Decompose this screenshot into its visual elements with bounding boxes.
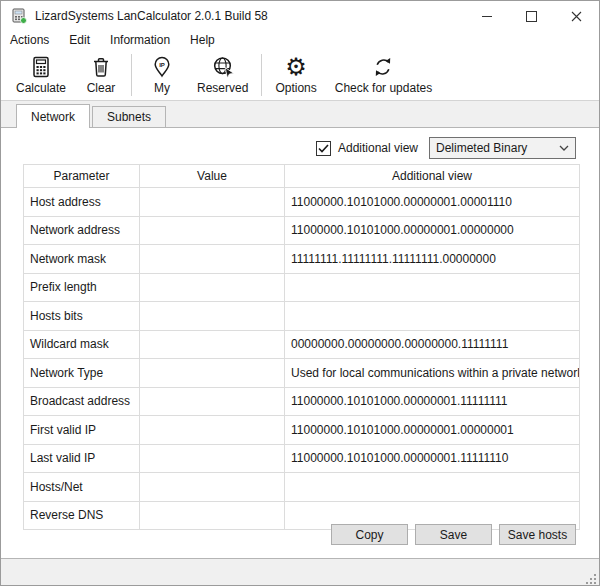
app-icon — [11, 8, 27, 24]
trash-icon — [89, 54, 113, 80]
value-cell — [140, 188, 285, 217]
calculate-button[interactable]: Calculate — [7, 52, 75, 97]
tab-subnets[interactable]: Subnets — [92, 106, 166, 127]
param-cell: Network Type — [24, 359, 140, 388]
table-row[interactable]: Network address 11000000.10101000.000000… — [24, 216, 580, 245]
clear-button[interactable]: Clear — [75, 52, 127, 97]
param-cell: Network address — [24, 216, 140, 245]
table-row[interactable]: Host address 11000000.10101000.00000001.… — [24, 188, 580, 217]
value-cell — [140, 245, 285, 274]
header-parameter: Parameter — [24, 165, 140, 188]
svg-text:IP: IP — [159, 62, 165, 68]
additional-view-label: Additional view — [338, 141, 418, 155]
maximize-button[interactable] — [509, 1, 554, 31]
checkmark-icon — [318, 144, 329, 153]
menu-help[interactable]: Help — [180, 31, 225, 49]
minimize-button[interactable] — [464, 1, 509, 31]
table-row[interactable]: Broadcast address 11000000.10101000.0000… — [24, 387, 580, 416]
view-format-dropdown[interactable]: Delimeted Binary — [429, 137, 576, 159]
additional-cell: 11000000.10101000.00000001.00001110 — [285, 188, 580, 217]
my-ip-button[interactable]: IP My — [136, 52, 188, 97]
menu-bar: Actions Edit Information Help — [1, 31, 599, 49]
additional-cell: 11111111.11111111.11111111.00000000 — [285, 245, 580, 274]
param-cell: Reverse DNS — [24, 501, 140, 530]
param-cell: First valid IP — [24, 416, 140, 445]
view-format-value: Delimeted Binary — [436, 141, 527, 155]
results-table: Parameter Value Additional view Host add… — [23, 164, 580, 530]
table-row[interactable]: Wildcard mask 00000000.00000000.00000000… — [24, 330, 580, 359]
network-tab-panel: Additional view Delimeted Binary Paramet… — [1, 127, 599, 559]
window-controls — [464, 1, 599, 31]
value-cell — [140, 359, 285, 388]
menu-information[interactable]: Information — [100, 31, 180, 49]
table-header-row: Parameter Value Additional view — [24, 165, 580, 188]
additional-cell — [285, 273, 580, 302]
check-updates-button[interactable]: Check for updates — [326, 52, 441, 97]
gear-icon: ⚙ — [285, 54, 307, 80]
param-cell: Hosts bits — [24, 302, 140, 331]
param-cell: Last valid IP — [24, 444, 140, 473]
toolbar-separator — [261, 54, 262, 96]
close-button[interactable] — [554, 1, 599, 31]
param-cell: Prefix length — [24, 273, 140, 302]
additional-view-checkbox[interactable] — [316, 141, 331, 156]
table-row[interactable]: Hosts/Net — [24, 473, 580, 502]
view-controls: Additional view Delimeted Binary — [316, 137, 576, 159]
header-value: Value — [140, 165, 285, 188]
value-cell — [140, 501, 285, 530]
reserved-button[interactable]: Reserved — [188, 52, 257, 97]
menu-actions[interactable]: Actions — [10, 31, 59, 49]
footer-buttons: Copy Save Save hosts — [331, 524, 576, 545]
maximize-icon — [526, 11, 537, 22]
my-ip-label: My — [154, 81, 170, 95]
additional-cell — [285, 302, 580, 331]
value-cell — [140, 302, 285, 331]
chevron-down-icon — [559, 145, 569, 151]
param-cell: Broadcast address — [24, 387, 140, 416]
tab-strip: Network Subnets — [1, 101, 599, 127]
resize-grip[interactable] — [585, 573, 597, 585]
additional-cell: 11000000.10101000.00000001.11111110 — [285, 444, 580, 473]
param-cell: Host address — [24, 188, 140, 217]
calculator-icon — [29, 54, 53, 80]
additional-cell: 11000000.10101000.00000001.00000000 — [285, 216, 580, 245]
menu-edit[interactable]: Edit — [59, 31, 100, 49]
toolbar: Calculate Clear IP My — [1, 49, 600, 101]
options-button[interactable]: ⚙ Options — [266, 52, 325, 97]
map-pin-ip-icon: IP — [150, 54, 174, 80]
param-cell: Network mask — [24, 245, 140, 274]
refresh-icon — [371, 54, 395, 80]
value-cell — [140, 216, 285, 245]
calculate-label: Calculate — [16, 81, 66, 95]
status-strip — [1, 559, 599, 586]
table-row[interactable]: First valid IP 11000000.10101000.0000000… — [24, 416, 580, 445]
value-cell — [140, 387, 285, 416]
header-additional-view: Additional view — [285, 165, 580, 188]
window-title: LizardSystems LanCalculator 2.0.1 Build … — [35, 9, 268, 23]
additional-cell — [285, 473, 580, 502]
table-row[interactable]: Network mask 11111111.11111111.11111111.… — [24, 245, 580, 274]
check-updates-label: Check for updates — [335, 81, 432, 95]
param-cell: Wildcard mask — [24, 330, 140, 359]
param-cell: Hosts/Net — [24, 473, 140, 502]
save-button[interactable]: Save — [415, 524, 492, 545]
globe-cursor-icon — [211, 54, 235, 80]
table-row[interactable]: Prefix length — [24, 273, 580, 302]
additional-cell: 11000000.10101000.00000001.11111111 — [285, 387, 580, 416]
additional-cell: 11000000.10101000.00000001.00000001 — [285, 416, 580, 445]
reserved-label: Reserved — [197, 81, 248, 95]
value-cell — [140, 273, 285, 302]
value-cell — [140, 444, 285, 473]
tab-network[interactable]: Network — [16, 104, 90, 128]
table-row[interactable]: Network Type Used for local communicatio… — [24, 359, 580, 388]
value-cell — [140, 473, 285, 502]
options-label: Options — [275, 81, 316, 95]
value-cell — [140, 330, 285, 359]
additional-cell: 00000000.00000000.00000000.11111111 — [285, 330, 580, 359]
toolbar-separator — [131, 54, 132, 96]
minimize-icon — [482, 16, 492, 17]
table-row[interactable]: Last valid IP 11000000.10101000.00000001… — [24, 444, 580, 473]
copy-button[interactable]: Copy — [331, 524, 408, 545]
table-row[interactable]: Hosts bits — [24, 302, 580, 331]
save-hosts-button[interactable]: Save hosts — [499, 524, 576, 545]
